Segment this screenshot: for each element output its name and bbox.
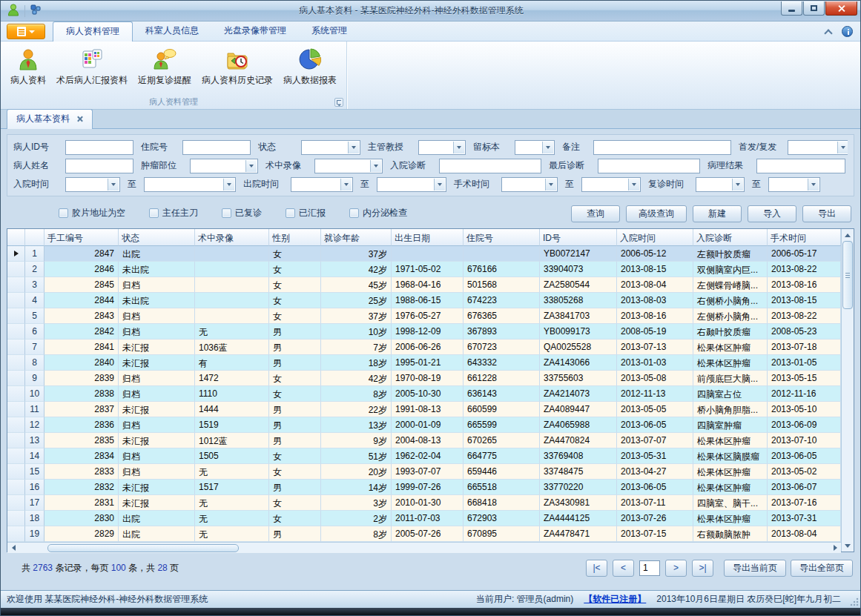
- table-row[interactable]: 142834归档1505女51岁1962-02-0466477533769408…: [7, 448, 841, 464]
- checkbox-item[interactable]: 内分泌检查: [349, 207, 407, 219]
- chevron-down-icon[interactable]: [108, 179, 119, 191]
- search-input[interactable]: [65, 159, 133, 173]
- ribbon-item[interactable]: 病人资料: [5, 44, 51, 88]
- search-input[interactable]: [65, 140, 133, 155]
- scroll-right-icon[interactable]: [829, 543, 841, 553]
- ribbon-tab[interactable]: 光盘录像带管理: [211, 21, 299, 41]
- grid-header-cell[interactable]: 性别: [269, 229, 321, 246]
- table-row[interactable]: 172831未汇报无女3岁2010-01-30668418ZA343098120…: [7, 495, 841, 511]
- new-button[interactable]: 新建: [693, 205, 742, 222]
- scroll-up-icon[interactable]: [842, 229, 854, 241]
- chevron-down-icon[interactable]: [732, 179, 743, 191]
- chevron-down-icon[interactable]: [453, 142, 464, 153]
- search-input[interactable]: [593, 140, 731, 155]
- search-button[interactable]: 查询: [571, 205, 620, 222]
- search-input[interactable]: [182, 140, 251, 155]
- ribbon-item[interactable]: 病人数据报表: [278, 44, 342, 88]
- combo-input[interactable]: [501, 177, 558, 192]
- grid-header-cell[interactable]: 出生日期: [392, 229, 464, 246]
- combo-input[interactable]: [515, 140, 555, 155]
- table-row[interactable]: 82840未汇报有男18岁1995-01-21643332ZA414306620…: [7, 355, 841, 371]
- combo-input[interactable]: [314, 159, 383, 173]
- table-row[interactable]: 162832未汇报1517男14岁1999-07-266655183377022…: [7, 480, 841, 495]
- checkbox-item[interactable]: 主任主刀: [149, 207, 198, 219]
- chevron-down-icon[interactable]: [808, 179, 819, 191]
- search-input[interactable]: [756, 159, 845, 173]
- combo-input[interactable]: [144, 177, 236, 192]
- checkbox-item[interactable]: 已汇报: [286, 207, 326, 219]
- chevron-down-icon[interactable]: [340, 179, 352, 191]
- search-input[interactable]: [439, 159, 541, 173]
- checkbox[interactable]: [349, 208, 359, 218]
- table-row[interactable]: 42844未出院女25岁1988-06-15674223338052682013…: [7, 293, 841, 308]
- chevron-down-icon[interactable]: [245, 160, 257, 172]
- minimize-button[interactable]: [781, 1, 802, 16]
- grid-header-cell[interactable]: 手术时间: [768, 229, 841, 246]
- table-row[interactable]: 32845归档女45岁1968-04-16501568ZA25805442013…: [7, 277, 841, 293]
- grid-header-cell[interactable]: ID号: [540, 229, 617, 246]
- grid-header-cell[interactable]: 住院号: [464, 229, 540, 246]
- table-row[interactable]: 112837未汇报1444男22岁1991-08-13660599ZA40894…: [7, 402, 841, 417]
- maximize-button[interactable]: [803, 1, 825, 16]
- grid-header-cell[interactable]: 状态: [119, 229, 195, 246]
- ribbon-item[interactable]: 近期复诊提醒: [133, 44, 197, 88]
- table-row[interactable]: 12847出院女37岁YB00721472006-05-12左额叶胶质瘤2006…: [7, 246, 841, 262]
- checkbox-item[interactable]: 已复诊: [222, 207, 262, 219]
- table-row[interactable]: 102838归档1110女8岁2005-10-30636143ZA4214073…: [7, 386, 841, 402]
- app-menu-button[interactable]: [7, 24, 45, 39]
- grid-header-cell[interactable]: 手工编号: [44, 229, 119, 246]
- page-input[interactable]: [639, 560, 660, 576]
- scroll-left-icon[interactable]: [7, 543, 19, 553]
- combo-input[interactable]: [418, 140, 466, 155]
- table-row[interactable]: 182830出院无女2岁2011-07-03672903ZA4444125201…: [7, 511, 841, 526]
- ribbon-item[interactable]: 病人资料历史记录: [197, 44, 278, 88]
- combo-input[interactable]: [301, 140, 360, 155]
- hscroll-thumb[interactable]: [47, 544, 239, 552]
- ribbon-collapse-icon[interactable]: [824, 29, 832, 37]
- vertical-scrollbar[interactable]: [841, 229, 854, 552]
- table-row[interactable]: 152833归档无女20岁1993-07-0765944633748475201…: [7, 464, 841, 480]
- chevron-down-icon[interactable]: [542, 142, 553, 153]
- doc-tab-close-icon[interactable]: [76, 116, 83, 122]
- combo-input[interactable]: [581, 177, 641, 192]
- chevron-down-icon[interactable]: [370, 160, 381, 172]
- pager-next-button[interactable]: >: [665, 560, 687, 577]
- grid-header-cell[interactable]: 入院时间: [617, 229, 693, 246]
- combo-input[interactable]: [291, 177, 353, 192]
- resize-grip[interactable]: [850, 597, 859, 606]
- import-button[interactable]: 导入: [748, 205, 796, 222]
- chevron-down-icon[interactable]: [348, 142, 359, 153]
- table-row[interactable]: 122836归档1519男13岁2000-01-09665599ZA406598…: [7, 417, 841, 433]
- grid-header-cell[interactable]: 入院诊断: [693, 229, 768, 246]
- combo-input[interactable]: [768, 177, 820, 192]
- chevron-down-icon[interactable]: [545, 179, 556, 191]
- pager-last-button[interactable]: >|: [692, 560, 713, 577]
- ribbon-item[interactable]: 术后病人汇报资料: [51, 44, 133, 88]
- table-row[interactable]: 92839归档1472女42岁1970-08-19661228337556032…: [7, 371, 841, 386]
- export-all-pages-button[interactable]: 导出全部页: [791, 560, 853, 577]
- dialog-launcher-icon[interactable]: [334, 98, 343, 107]
- ribbon-tab[interactable]: 系统管理: [299, 21, 360, 41]
- close-button[interactable]: [825, 1, 857, 16]
- combo-input[interactable]: [788, 140, 848, 155]
- pager-first-button[interactable]: |<: [586, 560, 607, 577]
- advanced-search-button[interactable]: 高级查询: [626, 205, 687, 222]
- table-row[interactable]: 22846未出院女42岁1971-05-02676166339040732013…: [7, 262, 841, 277]
- ribbon-tab[interactable]: 科室人员信息: [133, 21, 211, 41]
- horizontal-scrollbar[interactable]: [7, 542, 841, 553]
- table-row[interactable]: 62842归档无男10岁1998-12-09367893YB0099173200…: [7, 324, 841, 340]
- combo-input[interactable]: [65, 177, 120, 192]
- combo-input[interactable]: [190, 159, 258, 173]
- grid-header-cell[interactable]: 就诊年龄: [321, 229, 392, 246]
- table-row[interactable]: 132835未汇报1012蓝男9岁2004-08-13670265ZA44708…: [7, 433, 841, 448]
- export-button[interactable]: 导出: [802, 205, 851, 222]
- checkbox[interactable]: [59, 208, 68, 218]
- search-input[interactable]: [598, 159, 700, 173]
- pager-prev-button[interactable]: <: [613, 560, 634, 577]
- export-current-page-button[interactable]: 导出当前页: [724, 560, 786, 577]
- checkbox[interactable]: [222, 208, 231, 218]
- info-icon[interactable]: [842, 26, 853, 37]
- table-row[interactable]: 72841未汇报1036蓝男7岁2006-06-26670723QA002552…: [7, 340, 841, 355]
- combo-input[interactable]: [696, 177, 745, 192]
- combo-input[interactable]: [377, 177, 446, 192]
